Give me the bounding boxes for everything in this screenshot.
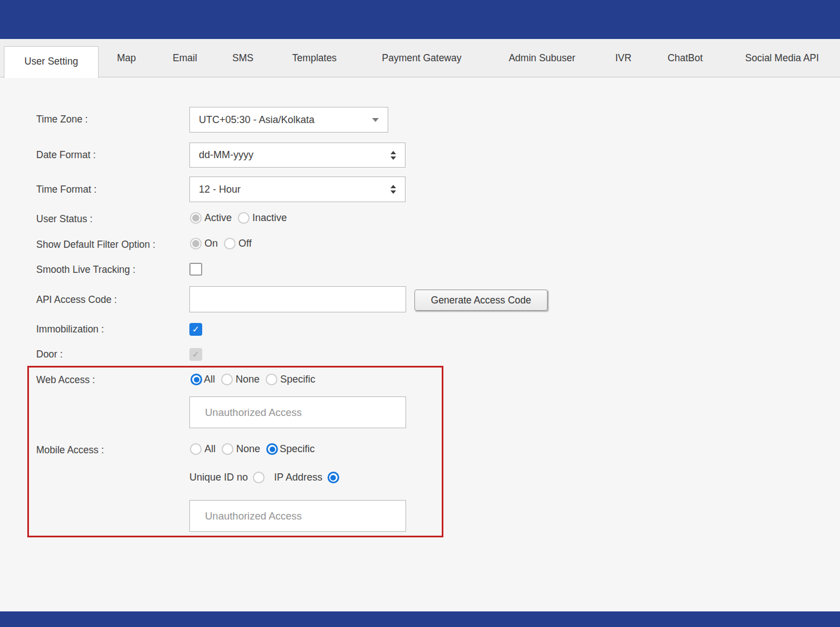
radio-selected-icon[interactable] xyxy=(190,238,202,249)
radio-unselected-icon[interactable] xyxy=(222,443,233,455)
tab-social-media-api[interactable]: Social Media API xyxy=(735,39,829,77)
radio-unselected-icon[interactable] xyxy=(221,374,233,385)
time-zone-select[interactable]: UTC+05:30 - Asia/Kolkata xyxy=(189,107,388,133)
radio-label: On xyxy=(204,238,218,249)
radio-unique-id-no[interactable]: Unique ID no xyxy=(189,472,265,483)
user-setting-page: User Setting Map Email SMS Templates Pay… xyxy=(0,0,840,627)
immobilization-checkbox[interactable]: ✓ xyxy=(189,323,202,336)
radio-label: IP Address xyxy=(274,472,323,483)
show-default-filter-label: Show Default Filter Option : xyxy=(36,239,155,251)
radio-web-access-all[interactable]: All xyxy=(191,374,215,385)
radio-label: Specific xyxy=(280,374,315,385)
stepper-icon xyxy=(390,151,396,160)
radio-mobile-access-all[interactable]: All xyxy=(190,443,216,455)
tab-email[interactable]: Email xyxy=(160,39,210,77)
door-label: Door : xyxy=(36,349,63,360)
tab-chatbot[interactable]: ChatBot xyxy=(655,39,716,77)
api-access-code-input[interactable] xyxy=(189,286,406,312)
tab-sms[interactable]: SMS xyxy=(218,39,267,77)
web-access-label: Web Access : xyxy=(36,374,95,386)
radio-label: None xyxy=(236,443,260,455)
radio-label: Unique ID no xyxy=(189,472,248,483)
radio-user-status-inactive[interactable]: Inactive xyxy=(238,212,287,224)
show-default-filter-radio-group: On Off xyxy=(190,238,252,249)
tab-user-setting[interactable]: User Setting xyxy=(4,46,99,78)
web-access-radio-group: All None Specific xyxy=(191,374,315,385)
time-zone-label: Time Zone : xyxy=(36,114,88,125)
radio-web-access-none[interactable]: None xyxy=(221,374,260,385)
date-format-label: Date Format : xyxy=(36,149,96,161)
immobilization-label: Immobilization : xyxy=(36,324,104,335)
mobile-access-sub-radio-group: Unique ID no IP Address xyxy=(189,472,339,483)
radio-label: None xyxy=(236,374,260,385)
smooth-live-tracking-checkbox[interactable] xyxy=(189,263,202,276)
stepper-icon xyxy=(390,185,396,194)
date-format-select[interactable]: dd-MM-yyyy xyxy=(189,143,406,168)
chevron-down-icon xyxy=(372,118,379,122)
bottom-footer-bar xyxy=(0,611,840,627)
time-format-label: Time Format : xyxy=(36,184,96,195)
radio-label: Active xyxy=(204,212,232,224)
radio-label: Specific xyxy=(280,443,315,455)
date-format-value: dd-MM-yyyy xyxy=(199,149,390,161)
user-status-radio-group: Active Inactive xyxy=(190,212,287,224)
radio-web-access-specific[interactable]: Specific xyxy=(266,374,315,385)
radio-selected-icon[interactable] xyxy=(190,212,202,224)
time-zone-value: UTC+05:30 - Asia/Kolkata xyxy=(199,114,372,126)
mobile-access-radio-group: All None Specific xyxy=(190,443,315,455)
tab-admin-subuser[interactable]: Admin Subuser xyxy=(494,39,590,77)
radio-unselected-icon[interactable] xyxy=(266,374,277,385)
smooth-live-tracking-label: Smooth Live Tracking : xyxy=(36,264,135,276)
radio-mobile-access-none[interactable]: None xyxy=(222,443,260,455)
api-access-code-label: API Access Code : xyxy=(36,294,117,306)
radio-unselected-icon[interactable] xyxy=(190,443,202,455)
radio-label: Inactive xyxy=(252,212,287,224)
user-status-label: User Status : xyxy=(36,213,92,225)
mobile-access-unauthorized-input[interactable] xyxy=(189,500,406,532)
radio-mobile-access-specific[interactable]: Specific xyxy=(266,443,315,455)
radio-selected-icon[interactable] xyxy=(266,443,278,455)
radio-user-status-active[interactable]: Active xyxy=(190,212,232,224)
tab-templates[interactable]: Templates xyxy=(277,39,352,77)
radio-unselected-icon[interactable] xyxy=(224,238,236,249)
radio-label: All xyxy=(204,443,216,455)
time-format-select[interactable]: 12 - Hour xyxy=(189,177,406,202)
check-icon: ✓ xyxy=(192,324,199,335)
radio-unselected-icon[interactable] xyxy=(238,212,250,224)
radio-filter-on[interactable]: On xyxy=(190,238,218,249)
tab-ivr[interactable]: IVR xyxy=(604,39,643,77)
check-icon: ✓ xyxy=(192,349,199,360)
radio-ip-address[interactable]: IP Address xyxy=(274,472,339,483)
tab-payment-gateway[interactable]: Payment Gateway xyxy=(369,39,475,77)
mobile-access-label: Mobile Access : xyxy=(36,444,104,456)
tab-map[interactable]: Map xyxy=(104,39,149,77)
radio-unselected-icon[interactable] xyxy=(253,472,265,483)
door-checkbox-disabled: ✓ xyxy=(189,348,202,361)
web-access-unauthorized-input[interactable] xyxy=(189,396,406,428)
time-format-value: 12 - Hour xyxy=(199,184,390,195)
radio-selected-icon[interactable] xyxy=(191,374,202,385)
radio-label: All xyxy=(204,374,215,385)
radio-filter-off[interactable]: Off xyxy=(224,238,252,249)
tab-bar: User Setting Map Email SMS Templates Pay… xyxy=(0,39,840,77)
top-header-bar xyxy=(0,0,840,39)
generate-access-code-button[interactable]: Generate Access Code xyxy=(414,290,548,311)
radio-selected-icon[interactable] xyxy=(328,472,339,483)
radio-label: Off xyxy=(238,238,252,249)
